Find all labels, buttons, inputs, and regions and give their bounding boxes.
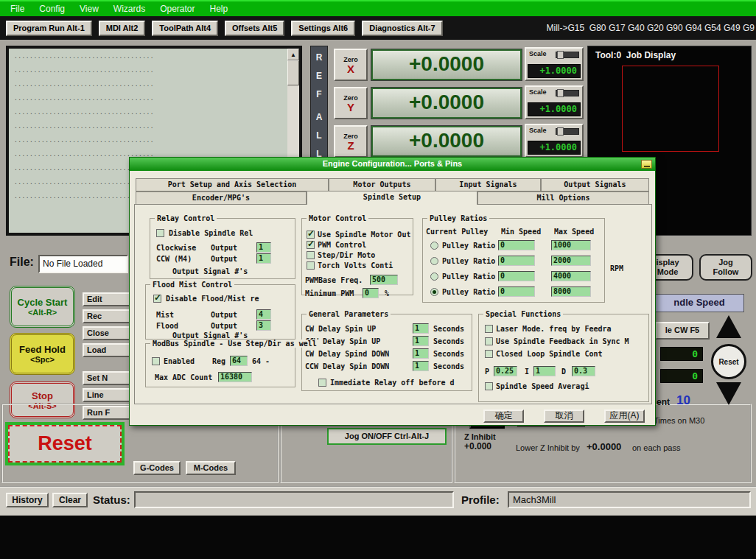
ok-button[interactable]: 确定 bbox=[483, 409, 524, 423]
pid-p-input[interactable]: 0.25 bbox=[494, 366, 517, 376]
menu-config[interactable]: Config bbox=[32, 2, 72, 15]
jog-on-off-button[interactable]: Jog ON/OFF Ctrl-Alt-J bbox=[327, 428, 447, 445]
gcodes-button[interactable]: G-Codes bbox=[133, 461, 181, 475]
use-spindle-motor-output-checkbox[interactable] bbox=[307, 231, 315, 239]
menu-view[interactable]: View bbox=[72, 2, 106, 15]
minimize-icon[interactable] bbox=[641, 160, 652, 169]
minimum-pwm-input[interactable]: 0 bbox=[363, 288, 379, 298]
mist-output-input[interactable]: 4 bbox=[256, 309, 271, 320]
relay-control-group: Relay Control Disable Spindle Rel Clockw… bbox=[150, 218, 295, 279]
z-axis-dro[interactable]: +0.0000 bbox=[371, 126, 522, 157]
apply-button[interactable]: 应用(A) bbox=[604, 409, 645, 423]
x-scale-slider[interactable] bbox=[556, 52, 579, 58]
zero-y-button[interactable]: Zero Y bbox=[334, 87, 368, 119]
pulley-4-min-input[interactable]: 0 bbox=[498, 286, 535, 297]
pulley-3-radio[interactable] bbox=[430, 273, 438, 281]
pulley-4-max-input[interactable]: 8000 bbox=[551, 286, 591, 297]
dialog-tab-spindle-setup[interactable]: Spindle Setup bbox=[307, 191, 477, 205]
spindle-reset-button[interactable]: Reset bbox=[711, 344, 746, 379]
set-next-line-button[interactable]: Set N bbox=[83, 371, 130, 385]
zero-x-button[interactable]: Zero X bbox=[334, 49, 368, 81]
laser-mode-checkbox[interactable] bbox=[485, 325, 493, 333]
flood-output-input[interactable]: 3 bbox=[256, 320, 271, 331]
tab-mdi[interactable]: MDI Alt2 bbox=[99, 21, 146, 36]
disable-spindle-relays-checkbox[interactable] bbox=[156, 229, 164, 237]
disable-flood-mist-checkbox[interactable] bbox=[153, 295, 161, 303]
tab-settings[interactable]: Settings Alt6 bbox=[291, 21, 355, 36]
pulley-3-max-input[interactable]: 4000 bbox=[551, 271, 591, 281]
tab-offsets[interactable]: Offsets Alt5 bbox=[225, 21, 284, 36]
scroll-up-icon[interactable]: ▲ bbox=[287, 49, 299, 60]
menu-file[interactable]: File bbox=[3, 2, 32, 15]
recent-file-button[interactable]: Rec bbox=[83, 309, 130, 323]
dialog-tab-port-setup[interactable]: Port Setup and Axis Selection bbox=[136, 178, 329, 191]
edit-gcode-button[interactable]: Edit bbox=[83, 292, 130, 306]
pulley-4-radio[interactable] bbox=[430, 288, 438, 296]
torch-volts-control-checkbox[interactable] bbox=[307, 261, 315, 270]
pulley-2-min-input[interactable]: 0 bbox=[498, 256, 535, 266]
history-button[interactable]: History bbox=[6, 493, 49, 507]
cw-delay-up-input[interactable]: 1 bbox=[413, 323, 429, 334]
tab-program-run[interactable]: Program Run Alt-1 bbox=[6, 21, 92, 36]
spindle-speed-down-icon[interactable] bbox=[716, 382, 741, 405]
pid-i-input[interactable]: 1 bbox=[533, 366, 556, 376]
pulley-3-min-input[interactable]: 0 bbox=[498, 271, 535, 281]
dialog-tab-mill-options[interactable]: Mill Options bbox=[477, 191, 649, 205]
tab-diagnostics[interactable]: Diagnostics Alt-7 bbox=[362, 21, 442, 36]
dialog-tab-input-signals[interactable]: Input Signals bbox=[435, 178, 541, 191]
cancel-button[interactable]: 取消 bbox=[544, 409, 584, 423]
pulley-1-min-input[interactable]: 0 bbox=[498, 240, 535, 250]
pulley-1-radio[interactable] bbox=[430, 242, 438, 250]
dialog-tab-output-signals[interactable]: Output Signals bbox=[541, 178, 649, 191]
cycle-start-button[interactable]: Cycle Start <Alt-R> bbox=[10, 286, 75, 328]
cw-delay-down-input[interactable]: 1 bbox=[413, 348, 429, 359]
pulley-2-max-input[interactable]: 2000 bbox=[551, 256, 591, 266]
y-scale-slider[interactable] bbox=[556, 90, 579, 96]
feed-hold-button[interactable]: Feed Hold <Spc> bbox=[10, 333, 75, 375]
scrollbar-thumb[interactable] bbox=[287, 60, 299, 85]
ccw-delay-down-input[interactable]: 1 bbox=[413, 361, 429, 371]
spindle-percent-value[interactable]: 10 bbox=[676, 393, 690, 408]
x-axis-dro[interactable]: +0.0000 bbox=[371, 49, 522, 80]
immediate-relay-off-checkbox[interactable] bbox=[318, 379, 326, 387]
y-axis-dro[interactable]: +0.0000 bbox=[371, 88, 522, 119]
clear-button[interactable]: Clear bbox=[52, 493, 88, 507]
dialog-tab-encoder-mpg[interactable]: Encoder/MPG's bbox=[136, 191, 307, 205]
spindle-speed-averaging-checkbox[interactable] bbox=[485, 382, 493, 390]
spindle-speed-up-icon[interactable] bbox=[716, 315, 741, 338]
zero-z-button[interactable]: Zero Z bbox=[334, 125, 368, 158]
dialog-title-bar[interactable]: Engine Configuration... Ports & Pins bbox=[130, 158, 655, 171]
tab-toolpath[interactable]: ToolPath Alt4 bbox=[152, 21, 218, 36]
menu-help[interactable]: Help bbox=[203, 2, 236, 15]
z-scale-dro[interactable]: +1.0000 bbox=[528, 141, 581, 155]
lower-z-inhibit-value[interactable]: +0.0000 bbox=[587, 441, 621, 452]
dialog-tab-motor-outputs[interactable]: Motor Outputs bbox=[329, 178, 435, 191]
max-adc-count-input[interactable]: 16380 bbox=[218, 372, 252, 382]
pulley-1-max-input[interactable]: 1000 bbox=[551, 240, 591, 250]
load-gcode-button[interactable]: Load bbox=[83, 343, 130, 357]
pid-d-input[interactable]: 0.3 bbox=[572, 366, 595, 376]
menu-operator[interactable]: Operator bbox=[153, 2, 202, 15]
reset-button[interactable]: Reset bbox=[5, 422, 125, 465]
line-button[interactable]: Line bbox=[83, 388, 130, 402]
close-gcode-button[interactable]: Close bbox=[83, 326, 130, 340]
clockwise-output-input[interactable]: 1 bbox=[256, 242, 271, 253]
closed-loop-checkbox[interactable] bbox=[485, 350, 493, 358]
z-scale-slider[interactable] bbox=[556, 128, 579, 135]
mcodes-button[interactable]: M-Codes bbox=[186, 461, 236, 475]
spindle-feedback-checkbox[interactable] bbox=[485, 337, 493, 345]
pulley-2-radio[interactable] bbox=[430, 257, 438, 265]
ccw-delay-up-input[interactable]: 1 bbox=[413, 336, 429, 346]
step-dir-motor-checkbox[interactable] bbox=[307, 251, 315, 259]
pwmbase-freq-input[interactable]: 500 bbox=[370, 275, 398, 285]
modbus-enabled-checkbox[interactable] bbox=[152, 357, 160, 365]
menu-wizards[interactable]: Wizards bbox=[106, 2, 153, 15]
spindle-cw-button[interactable]: le CW F5 bbox=[655, 322, 710, 340]
z-inhibit-value[interactable]: +0.000 bbox=[464, 441, 491, 451]
modbus-reg-input[interactable]: 64 bbox=[230, 356, 248, 366]
x-scale-dro[interactable]: +1.0000 bbox=[528, 64, 581, 78]
jog-follow-button[interactable]: Jog Follow bbox=[699, 254, 752, 281]
y-scale-dro[interactable]: +1.0000 bbox=[528, 102, 581, 116]
pwm-control-checkbox[interactable] bbox=[307, 241, 315, 249]
ccw-output-input[interactable]: 1 bbox=[256, 253, 271, 264]
